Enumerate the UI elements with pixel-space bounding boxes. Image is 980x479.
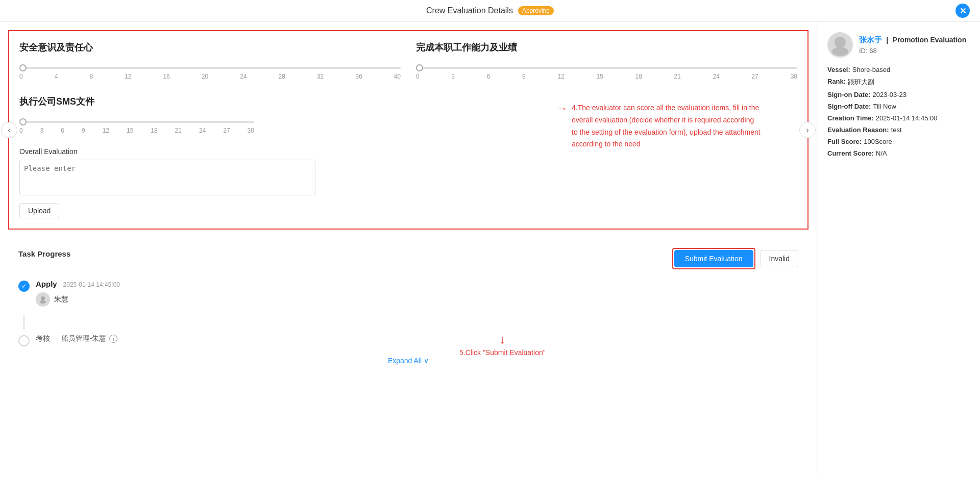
step-review-content: 考核 — 船员管理-朱慧 i [36,334,798,343]
info-signoff: Sign-off Date: Till Now [827,103,970,110]
person-avatar [827,32,853,58]
task-header-row: Task Progress Submit Evaluation Invalid [18,248,798,269]
info-signon: Sign-on Date: 2023-03-23 [827,91,970,98]
info-icon[interactable]: i [109,335,117,343]
svg-point-0 [41,296,45,300]
task-step-review: 考核 — 船员管理-朱慧 i [18,334,798,346]
task-buttons: Submit Evaluation Invalid [672,248,798,269]
step-review-name: 考核 — 船员管理-朱慧 i [36,334,798,343]
eval-title-1: 安全意识及责任心 [19,41,401,54]
step-apply-name: Apply [36,280,57,288]
status-badge: Approving [518,6,554,15]
slider-1-container: 0 4 8 12 16 20 24 28 32 36 40 [19,62,401,85]
slider-2-labels: 0 3 6 9 12 15 18 21 24 27 30 [416,73,797,80]
step-pending-circle [18,335,30,346]
eval-grid: 安全意识及责任心 0 4 8 12 16 20 [19,41,797,85]
eval-section-2: 完成本职工作能力及业绩 0 3 6 9 12 15 [416,41,797,85]
page-wrapper: Crew Evaluation Details Approving ✕ ‹ 安全… [0,0,980,479]
info-currentscore: Current Score: N/A [827,149,970,157]
slider-1-track [19,67,401,69]
person-info: 张水手 | Promotion Evaluation ID: 68 [859,35,966,55]
invalid-button[interactable]: Invalid [761,250,798,267]
next-arrow[interactable]: › [799,122,816,138]
task-step-apply: ✓ Apply 2025-01-14 14:45:00 朱慧 [18,280,798,307]
annotation-1: → 4.The evaluator can score all the eval… [556,102,761,150]
svg-point-1 [40,300,46,304]
slider-2-track [416,67,797,69]
step-completed-icon: ✓ [18,281,30,292]
eval-type: Promotion Evaluation [893,36,967,44]
submit-evaluation-button[interactable]: Submit Evaluation [674,250,753,267]
svg-point-3 [832,47,848,56]
content-area: ‹ 安全意识及责任心 0 4 8 [0,22,817,475]
submit-btn-wrapper: Submit Evaluation [672,248,755,269]
right-sidebar: 张水手 | Promotion Evaluation ID: 68 Vessel… [817,22,980,475]
person-header: 张水手 | Promotion Evaluation ID: 68 [827,32,970,58]
annotation-2: ↓ 5.Click "Submit Evaluation" [459,333,546,357]
id-label: ID: [859,47,868,55]
svg-point-2 [835,37,846,48]
page-title: Crew Evaluation Details [426,6,513,15]
task-title: Task Progress [18,249,70,258]
person-name-row: 张水手 | Promotion Evaluation [859,35,966,45]
person-name: 张水手 [859,35,882,44]
step-apply-username: 朱慧 [54,295,68,304]
info-table: Vessel: Shore-based Rank: 跟班大副 Sign-on D… [827,66,970,157]
chevron-down-icon: ∨ [424,357,429,365]
close-button[interactable]: ✕ [955,4,970,18]
header: Crew Evaluation Details Approving ✕ [0,0,980,22]
annotation-2-text: 5.Click "Submit Evaluation" [459,348,546,357]
step-apply-user: 朱慧 [36,292,798,307]
annotation-1-arrow: → [556,102,568,115]
prev-arrow[interactable]: ‹ [1,122,17,138]
info-fullscore: Full Score: 100Score [827,138,970,145]
vertical-connector [23,315,24,330]
eval-section-1: 安全意识及责任心 0 4 8 12 16 20 [19,41,401,85]
info-reason: Evaluation Reason: test [827,126,970,134]
annotation-2-arrow: ↓ [459,333,546,346]
info-rank: Rank: 跟班大副 [827,78,970,87]
expand-all[interactable]: Expand All ∨ [18,357,798,365]
pipe-separator: | [886,35,890,44]
slider-1-labels: 0 4 8 12 16 20 24 28 32 36 40 [19,73,401,80]
id-value: 68 [869,47,876,55]
slider-3-track [19,121,254,123]
slider-2-container: 0 3 6 9 12 15 18 21 24 27 30 [416,62,797,85]
step-apply-content: Apply 2025-01-14 14:45:00 朱慧 [36,280,798,307]
info-vessel: Vessel: Shore-based [827,66,970,73]
slider-2-thumb[interactable] [416,64,423,71]
task-section: Task Progress Submit Evaluation Invalid … [8,238,808,467]
header-title: Crew Evaluation Details Approving [426,6,554,15]
upload-button[interactable]: Upload [19,203,59,218]
eval-title-2: 完成本职工作能力及业绩 [416,41,797,54]
close-icon: ✕ [960,6,966,16]
person-id-row: ID: 68 [859,47,966,55]
step-apply-date: 2025-01-14 14:45:00 [63,281,120,288]
overall-textarea[interactable] [19,160,315,195]
avatar [36,292,50,307]
main-layout: ‹ 安全意识及责任心 0 4 8 [0,22,980,475]
info-creation: Creation Time: 2025-01-14 14:45:00 [827,114,970,122]
slider-1-thumb[interactable] [19,64,27,71]
slider-3-thumb[interactable] [19,118,27,125]
expand-all-label: Expand All ∨ [388,357,429,365]
annotation-1-text: 4.The evaluator can score all the evalua… [572,102,761,150]
slider-3-labels: 0 3 6 9 12 15 18 21 24 27 30 [19,127,254,134]
